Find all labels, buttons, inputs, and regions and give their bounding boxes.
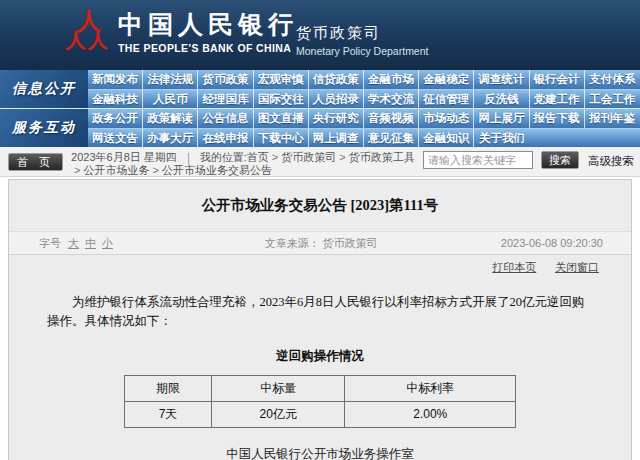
close-window-link[interactable]: 关闭窗口 xyxy=(555,261,599,273)
article-datetime: 2023-06-08 09:20:30 xyxy=(403,237,603,249)
current-date: 2023年6月8日 星期四 xyxy=(71,151,177,163)
nav-item[interactable]: 新闻发布 xyxy=(88,70,143,89)
issuer-signature: 中国人民银行公开市场业务操作室 xyxy=(9,446,631,460)
nav-item[interactable]: 工会工作 xyxy=(585,90,640,108)
nav-item[interactable]: 图文直播 xyxy=(254,109,309,128)
font-size-controls: 字号 大中小 xyxy=(39,236,239,251)
nav-item[interactable]: 政务公开 xyxy=(88,109,143,128)
nav-item[interactable]: 网上展厅 xyxy=(474,109,529,128)
breadcrumb-arrow-icon: > xyxy=(74,164,80,176)
department-name-cn: 货币政策司 xyxy=(296,23,428,42)
nav-item[interactable]: 金融知识 xyxy=(419,129,474,147)
location-prefix: 我的位置: xyxy=(200,151,247,163)
breadcrumb-divider: ｜ xyxy=(183,151,194,163)
nav-item[interactable]: 公告信息 xyxy=(198,109,253,128)
table-header-cell: 期限 xyxy=(125,375,212,401)
bank-name-cn: 中国人民银行 xyxy=(118,10,298,40)
nav-section-label[interactable]: 信息公开 xyxy=(0,70,88,108)
nav-item[interactable]: 下载中心 xyxy=(254,129,309,147)
nav-item[interactable]: 经理国库 xyxy=(198,90,253,108)
nav-item[interactable]: 征信管理 xyxy=(419,90,474,108)
home-button[interactable]: 首 页 xyxy=(8,153,63,171)
nav-item[interactable]: 音频视频 xyxy=(364,109,419,128)
main-nav: 信息公开新闻发布法律法规货币政策宏观审慎信贷政策金融市场金融稳定调查统计银行会计… xyxy=(0,70,640,147)
nav-section: 服务互动政务公开政策解读公告信息图文直播央行研究音频视频市场动态网上展厅报告下载… xyxy=(0,108,640,147)
advanced-search-link[interactable]: 高级搜索 xyxy=(588,154,634,169)
table-row: 7天20亿元2.00% xyxy=(125,401,516,427)
bank-name-en: THE PEOPLE'S BANK OF CHINA xyxy=(118,42,298,54)
nav-item[interactable]: 调查统计 xyxy=(474,70,529,89)
nav-section: 信息公开新闻发布法律法规货币政策宏观审慎信贷政策金融市场金融稳定调查统计银行会计… xyxy=(0,70,640,108)
nav-item[interactable]: 关于我们 xyxy=(474,129,529,147)
breadcrumb-item[interactable]: 公开市场业务交易公告 xyxy=(162,164,272,176)
nav-item[interactable]: 学术交流 xyxy=(364,90,419,108)
nav-row: 网送文告办事大厅在线申报下载中心网上调查意见征集金融知识关于我们 xyxy=(88,128,640,147)
nav-row: 政务公开政策解读公告信息图文直播央行研究音频视频市场动态网上展厅报告下载报刊年鉴 xyxy=(88,109,640,128)
nav-item[interactable]: 国际交往 xyxy=(254,90,309,108)
breadcrumb-arrow-icon: > xyxy=(339,151,345,163)
nav-item[interactable]: 央行研究 xyxy=(309,109,364,128)
breadcrumb: 2023年6月8日 星期四 ｜ 我的位置:首页>货币政策司>货币政策工具>公开市… xyxy=(71,151,421,176)
nav-item[interactable]: 货币政策 xyxy=(198,70,253,89)
breadcrumb-arrow-icon: > xyxy=(153,164,159,176)
search-input[interactable] xyxy=(423,151,533,169)
bank-title-block: 中国人民银行 THE PEOPLE'S BANK OF CHINA xyxy=(118,10,298,54)
nav-item[interactable]: 宏观审慎 xyxy=(254,70,309,89)
article-title: 公开市场业务交易公告 [2023]第111号 xyxy=(9,196,631,215)
department-name-en: Monetary Policy Department xyxy=(296,45,428,57)
table-cell: 20亿元 xyxy=(211,401,344,427)
pboc-announcement-page: 人 人 人 中国人民银行 THE PEOPLE'S BANK OF CHINA … xyxy=(0,0,640,460)
nav-item[interactable]: 法律法规 xyxy=(143,70,198,89)
article-body: 为维护银行体系流动性合理充裕，2023年6月8日人民银行以利率招标方式开展了20… xyxy=(9,293,631,332)
nav-item[interactable]: 市场动态 xyxy=(419,109,474,128)
nav-item[interactable]: 网送文告 xyxy=(88,129,143,147)
nav-item[interactable]: 金融稳定 xyxy=(419,70,474,89)
font-size-option[interactable]: 小 xyxy=(102,237,113,249)
search-button[interactable]: 搜索 xyxy=(541,151,579,169)
nav-item[interactable]: 政策解读 xyxy=(143,109,198,128)
nav-section-label[interactable]: 服务互动 xyxy=(0,109,88,147)
nav-item[interactable]: 报告下载 xyxy=(530,109,585,128)
nav-item[interactable]: 银行会计 xyxy=(530,70,585,89)
table-cell: 7天 xyxy=(125,401,212,427)
department-block: 货币政策司 Monetary Policy Department xyxy=(296,23,428,57)
breadcrumb-item[interactable]: 货币政策司 xyxy=(281,151,336,163)
font-size-option[interactable]: 中 xyxy=(85,237,96,249)
nav-item[interactable]: 办事大厅 xyxy=(143,129,198,147)
article-meta-row: 字号 大中小 文章来源： 货币政策司 2023-06-08 09:20:30 xyxy=(9,231,631,255)
reverse-repo-table: 期限中标量中标利率 7天20亿元2.00% xyxy=(124,375,516,428)
breadcrumb-arrow-icon: > xyxy=(272,151,278,163)
nav-item[interactable]: 金融市场 xyxy=(364,70,419,89)
pboc-logo-icon[interactable]: 人 人 人 xyxy=(66,9,110,61)
breadcrumb-item[interactable]: 货币政策工具 xyxy=(349,151,415,163)
nav-item[interactable]: 报刊年鉴 xyxy=(585,109,640,128)
article-source: 文章来源： 货币政策司 xyxy=(239,236,403,251)
nav-row: 新闻发布法律法规货币政策宏观审慎信贷政策金融市场金融稳定调查统计银行会计支付体系 xyxy=(88,70,640,89)
print-page-link[interactable]: 打印本页 xyxy=(492,261,536,273)
nav-item[interactable]: 网上调查 xyxy=(309,129,364,147)
table-header-cell: 中标利率 xyxy=(345,375,516,401)
nav-item[interactable]: 金融科技 xyxy=(88,90,143,108)
table-header-cell: 中标量 xyxy=(211,375,344,401)
article-panel: 公开市场业务交易公告 [2023]第111号 字号 大中小 文章来源： 货币政策… xyxy=(8,179,632,460)
breadcrumb-item[interactable]: 首页 xyxy=(247,151,269,163)
article-actions: 打印本页 关闭窗口 xyxy=(9,260,631,275)
site-header: 人 人 人 中国人民银行 THE PEOPLE'S BANK OF CHINA … xyxy=(0,0,640,70)
nav-item[interactable]: 人员招录 xyxy=(309,90,364,108)
font-size-option[interactable]: 大 xyxy=(68,237,79,249)
nav-item[interactable]: 反洗钱 xyxy=(474,90,529,108)
nav-item[interactable]: 在线申报 xyxy=(198,129,253,147)
font-size-label: 字号 xyxy=(39,236,61,251)
nav-row: 金融科技人民币经理国库国际交往人员招录学术交流征信管理反洗钱党建工作工会工作 xyxy=(88,89,640,108)
nav-item[interactable]: 意见征集 xyxy=(364,129,419,147)
nav-item[interactable]: 党建工作 xyxy=(530,90,585,108)
nav-item[interactable]: 信贷政策 xyxy=(309,70,364,89)
breadcrumb-bar: 首 页 2023年6月8日 星期四 ｜ 我的位置:首页>货币政策司>货币政策工具… xyxy=(0,147,640,177)
table-cell: 2.00% xyxy=(345,401,516,427)
operation-table-title: 逆回购操作情况 xyxy=(9,348,631,365)
breadcrumb-item[interactable]: 公开市场业务 xyxy=(84,164,150,176)
nav-item[interactable]: 人民币 xyxy=(143,90,198,108)
nav-item[interactable]: 支付体系 xyxy=(585,70,640,89)
